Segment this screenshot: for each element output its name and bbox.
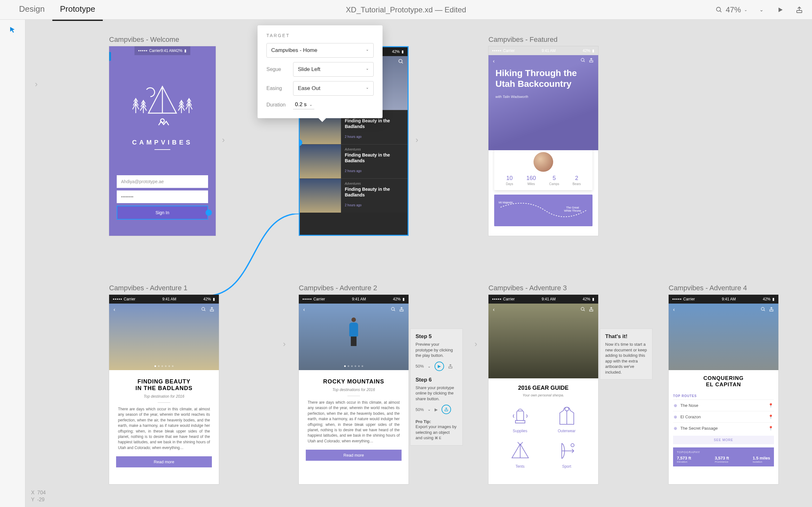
- chevron-down-icon: ⌄: [366, 85, 369, 92]
- easing-select[interactable]: Ease Out⌄: [293, 81, 374, 96]
- route-row[interactable]: ⊕The Secret Passage📍: [673, 422, 774, 434]
- svg-rect-21: [517, 411, 524, 420]
- article-hero: ‹: [299, 303, 409, 370]
- artboard-label[interactable]: Campvibes - Adventure 1: [109, 284, 219, 292]
- svg-rect-10: [590, 60, 593, 62]
- plus-icon: ⊕: [674, 403, 677, 408]
- svg-point-29: [761, 307, 764, 310]
- chevron-down-icon: ⌄: [366, 66, 369, 72]
- routes-title-1: CONQUERING: [669, 375, 778, 382]
- article-body: There are days which occur in this clima…: [109, 406, 219, 451]
- routes-section-label: TOP ROUTES: [673, 392, 774, 400]
- signin-button[interactable]: Sign In: [117, 206, 208, 220]
- chevron-down-icon: ⌄: [366, 47, 369, 54]
- search-icon: [580, 58, 586, 63]
- artboard-adventure-2[interactable]: Carrier 9:41 AM 42%▮ ‹ ROCKY MOUNTAINS: [299, 295, 409, 484]
- pin-icon: 📍: [768, 426, 773, 431]
- svg-rect-22: [515, 420, 525, 423]
- artboard-adventure-1[interactable]: Carrier 9:41 AM 42%▮ ‹ FINDING BEAUTY IN…: [109, 295, 219, 484]
- routes-title-2: EL CAPITAN: [669, 382, 778, 388]
- artboard-label[interactable]: Campvibes - Adventure 3: [489, 284, 598, 292]
- artboard-nav-chevron[interactable]: ›: [283, 339, 286, 349]
- back-icon: ‹: [303, 307, 305, 313]
- map-preview: Mt Majestic The Great White Throne: [494, 194, 593, 226]
- artboard-welcome[interactable]: Carrier 9:41 AM 42%▮: [109, 46, 216, 236]
- jacket-icon: [545, 403, 589, 428]
- read-more-button[interactable]: Read more: [116, 456, 212, 467]
- lantern-icon: [498, 403, 542, 428]
- zoom-control[interactable]: 47% ⌄: [716, 5, 747, 14]
- artboard-nav-chevron[interactable]: ›: [415, 135, 418, 145]
- home-artboard-badge[interactable]: [109, 52, 111, 61]
- article-body: There are days which occur in this clima…: [299, 400, 409, 444]
- svg-point-8: [581, 58, 584, 61]
- status-bar: Carrier 9:41 AM 42%▮: [135, 46, 190, 55]
- search-icon: [398, 59, 404, 64]
- tent-icon: [498, 439, 542, 463]
- artboard-label[interactable]: Campvibes - Featured: [489, 36, 598, 44]
- select-tool[interactable]: [0, 20, 25, 40]
- artboard-adventure-3[interactable]: Carrier 9:41 AM 42%▮ ‹ 2016 GEAR GUIDE Y…: [489, 295, 598, 484]
- share-icon: [448, 364, 453, 369]
- chevron-down-icon[interactable]: ⌄: [756, 5, 766, 15]
- featured-heading: Hiking Through the Utah Backcountry: [496, 68, 591, 89]
- route-row[interactable]: ⊕The Nose📍: [673, 400, 774, 411]
- see-more-button[interactable]: SEE MORE: [673, 436, 774, 444]
- duration-select[interactable]: 0.2 s⌄: [293, 100, 314, 109]
- tab-design[interactable]: Design: [11, 0, 52, 21]
- route-row[interactable]: ⊕El Corazon📍: [673, 411, 774, 422]
- svg-line-30: [764, 310, 765, 311]
- mode-tabs: Design Prototype: [11, 0, 103, 21]
- avatar: [534, 152, 553, 172]
- email-field[interactable]: Ahdiya@prototype.ae: [117, 175, 208, 188]
- share-icon: [589, 58, 594, 63]
- tip-step5: Step 5 Preview your prototype by clickin…: [410, 329, 462, 445]
- svg-line-13: [204, 310, 205, 311]
- svg-line-19: [583, 310, 585, 311]
- svg-line-7: [402, 62, 403, 63]
- share-icon: [209, 307, 214, 312]
- cursor-coords: X 704 Y -29: [31, 489, 46, 503]
- article-title-2: IN THE BADLANDS: [109, 385, 219, 392]
- status-bar: Carrier 9:41 AM 42%▮: [489, 295, 598, 303]
- artboard-featured[interactable]: Carrier 9:41 AM 42%▮ ‹ Hiking Through th…: [489, 46, 598, 236]
- popover-heading: TARGET: [266, 33, 374, 38]
- svg-marker-2: [779, 7, 783, 12]
- play-button[interactable]: [775, 5, 785, 15]
- artboard-label[interactable]: Campvibes - Adventure 2: [299, 284, 409, 292]
- prototype-popover[interactable]: TARGET Campvibes - Home⌄ SegueSlide Left…: [258, 25, 383, 118]
- artboard-nav-chevron[interactable]: ›: [474, 339, 477, 349]
- back-icon: ‹: [493, 307, 495, 313]
- segue-select[interactable]: Slide Left⌄: [293, 62, 374, 77]
- artboard-label[interactable]: Campvibes - Welcome: [109, 36, 216, 44]
- svg-rect-33: [445, 410, 448, 411]
- svg-point-0: [716, 7, 721, 11]
- artboard-nav-chevron[interactable]: ›: [35, 79, 38, 89]
- artboard-nav-chevron[interactable]: ›: [222, 135, 225, 145]
- back-icon: ‹: [113, 307, 115, 313]
- status-bar: Carrier 9:41 AM 42%▮: [109, 295, 219, 303]
- gear-grid: Supplies Outerwear Tents Sport: [489, 397, 598, 475]
- wire-out-handle[interactable]: [206, 210, 212, 216]
- svg-rect-17: [400, 309, 403, 311]
- artboard-adventure-4[interactable]: Carrier 9:41 AM 42%▮ ‹ CONQUERING EL CAP…: [669, 295, 778, 484]
- read-more-button[interactable]: Read more: [306, 450, 402, 461]
- share-button[interactable]: [794, 5, 804, 15]
- svg-rect-20: [590, 309, 593, 311]
- canvas[interactable]: › › › › › Campvibes - Welcome Carrier 9:…: [26, 20, 812, 507]
- svg-point-18: [581, 307, 584, 310]
- target-select[interactable]: Campvibes - Home⌄: [266, 43, 374, 58]
- share-icon: [442, 405, 451, 414]
- search-icon: [391, 307, 396, 312]
- signin-form: Ahdiya@prototype.ae •••••••• Sign In: [117, 175, 208, 220]
- svg-point-15: [392, 307, 394, 310]
- pin-icon: 📍: [768, 414, 773, 419]
- password-field[interactable]: ••••••••: [117, 190, 208, 203]
- artboard-label[interactable]: Campvibes - Adventure 4: [669, 284, 778, 292]
- article-title: ROCKY MOUNTAINS: [299, 378, 409, 385]
- duration-label: Duration: [266, 102, 293, 108]
- plus-icon: ⊕: [674, 426, 677, 431]
- tab-prototype[interactable]: Prototype: [52, 0, 103, 21]
- tip-thatsit: That's it! Now it's time to start a new …: [600, 329, 652, 379]
- segue-label: Segue: [266, 66, 293, 72]
